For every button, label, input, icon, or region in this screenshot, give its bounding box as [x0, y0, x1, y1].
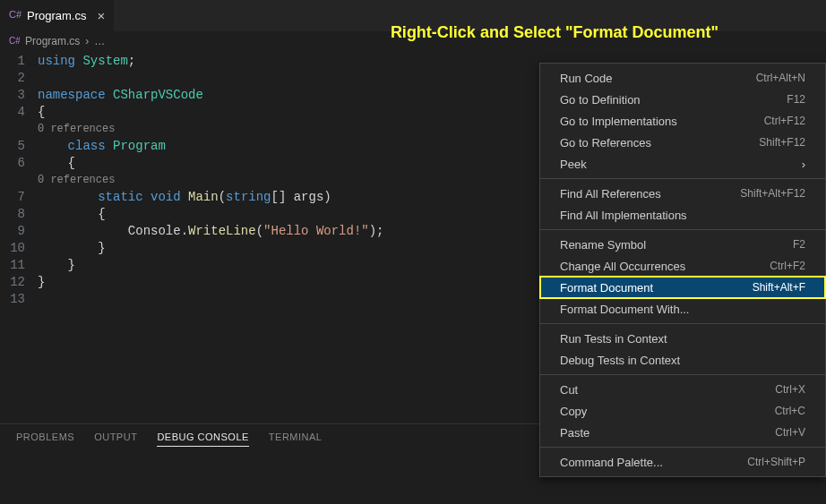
- menu-item-change-all-occurrences[interactable]: Change All OccurrencesCtrl+F2: [540, 255, 825, 277]
- menu-item-command-palette[interactable]: Command Palette...Ctrl+Shift+P: [540, 451, 825, 473]
- svg-text:C#: C#: [9, 9, 22, 20]
- menu-item-shortcut: Ctrl+X: [775, 383, 805, 396]
- menu-item-label: Run Code: [560, 72, 613, 85]
- menu-item-shortcut: Shift+Alt+F: [753, 281, 805, 294]
- csharp-file-icon: C#: [9, 35, 20, 48]
- menu-item-label: Format Document: [560, 281, 653, 295]
- panel-tab-output[interactable]: OUTPUT: [94, 431, 137, 447]
- context-menu: Run CodeCtrl+Alt+NGo to DefinitionF12Go …: [539, 63, 826, 477]
- menu-item-go-to-references[interactable]: Go to ReferencesShift+F12: [540, 132, 825, 153]
- menu-separator: [540, 374, 825, 375]
- panel-tab-problems[interactable]: PROBLEMS: [16, 431, 74, 447]
- menu-item-label: Cut: [560, 383, 578, 397]
- menu-item-shortcut: F2: [793, 238, 805, 251]
- menu-item-go-to-implementations[interactable]: Go to ImplementationsCtrl+F12: [540, 110, 825, 132]
- menu-item-label: Format Document With...: [560, 303, 689, 316]
- menu-item-rename-symbol[interactable]: Rename SymbolF2: [540, 234, 825, 255]
- menu-item-label: Rename Symbol: [560, 238, 646, 252]
- menu-item-format-document[interactable]: Format DocumentShift+Alt+F: [540, 277, 825, 298]
- menu-item-label: Go to Implementations: [560, 115, 677, 128]
- menu-item-paste[interactable]: PasteCtrl+V: [540, 422, 825, 443]
- menu-item-label: Go to Definition: [560, 93, 641, 107]
- menu-item-run-code[interactable]: Run CodeCtrl+Alt+N: [540, 67, 825, 89]
- menu-item-label: Paste: [560, 426, 589, 440]
- menu-separator: [540, 323, 825, 324]
- menu-item-shortcut: Ctrl+F2: [770, 260, 805, 272]
- menu-separator: [540, 447, 825, 448]
- panel-tab-terminal[interactable]: TERMINAL: [269, 431, 323, 447]
- chevron-right-icon: ›: [802, 158, 805, 171]
- instruction-annotation: Right-Click and Select "Format Document": [391, 23, 718, 42]
- menu-item-peek[interactable]: Peek›: [540, 153, 825, 175]
- menu-item-debug-tests-in-context[interactable]: Debug Tests in Context: [540, 349, 825, 371]
- csharp-file-icon: C#: [9, 8, 22, 23]
- menu-item-go-to-definition[interactable]: Go to DefinitionF12: [540, 89, 825, 110]
- menu-item-shortcut: Shift+F12: [759, 136, 805, 149]
- menu-item-shortcut: Shift+Alt+F12: [740, 187, 805, 200]
- menu-item-label: Find All References: [560, 187, 661, 201]
- menu-item-shortcut: Ctrl+Shift+P: [747, 456, 805, 468]
- menu-item-run-tests-in-context[interactable]: Run Tests in Context: [540, 328, 825, 349]
- menu-item-label: Peek: [560, 158, 587, 171]
- menu-item-copy[interactable]: CopyCtrl+C: [540, 400, 825, 422]
- menu-separator: [540, 178, 825, 179]
- menu-item-format-document-with[interactable]: Format Document With...: [540, 298, 825, 320]
- tab-filename: Program.cs: [27, 9, 86, 22]
- panel-tab-debug-console[interactable]: DEBUG CONSOLE: [157, 431, 248, 447]
- menu-item-label: Command Palette...: [560, 456, 663, 469]
- menu-separator: [540, 229, 825, 230]
- menu-item-shortcut: Ctrl+Alt+N: [756, 72, 805, 84]
- menu-item-find-all-references[interactable]: Find All ReferencesShift+Alt+F12: [540, 183, 825, 204]
- menu-item-label: Change All Occurrences: [560, 260, 685, 273]
- menu-item-label: Copy: [560, 405, 587, 418]
- editor-tab[interactable]: C# Program.cs ×: [0, 0, 115, 31]
- menu-item-label: Find All Implementations: [560, 209, 687, 222]
- menu-item-find-all-implementations[interactable]: Find All Implementations: [540, 204, 825, 226]
- menu-item-label: Debug Tests in Context: [560, 354, 680, 367]
- menu-item-label: Go to References: [560, 136, 651, 149]
- menu-item-label: Run Tests in Context: [560, 332, 667, 346]
- menu-item-shortcut: F12: [787, 93, 805, 106]
- breadcrumb-file: Program.cs: [25, 35, 80, 47]
- breadcrumb-more: …: [94, 35, 105, 47]
- chevron-right-icon: ›: [85, 35, 89, 47]
- menu-item-cut[interactable]: CutCtrl+X: [540, 379, 825, 400]
- close-icon[interactable]: ×: [97, 8, 105, 23]
- menu-item-shortcut: Ctrl+C: [775, 405, 805, 417]
- svg-text:C#: C#: [9, 36, 20, 46]
- line-number-gutter: 1 2 3 4 5 6 7 8 9 10 11 12 13: [0, 53, 38, 308]
- menu-item-shortcut: Ctrl+V: [775, 426, 805, 439]
- menu-item-shortcut: Ctrl+F12: [764, 115, 805, 127]
